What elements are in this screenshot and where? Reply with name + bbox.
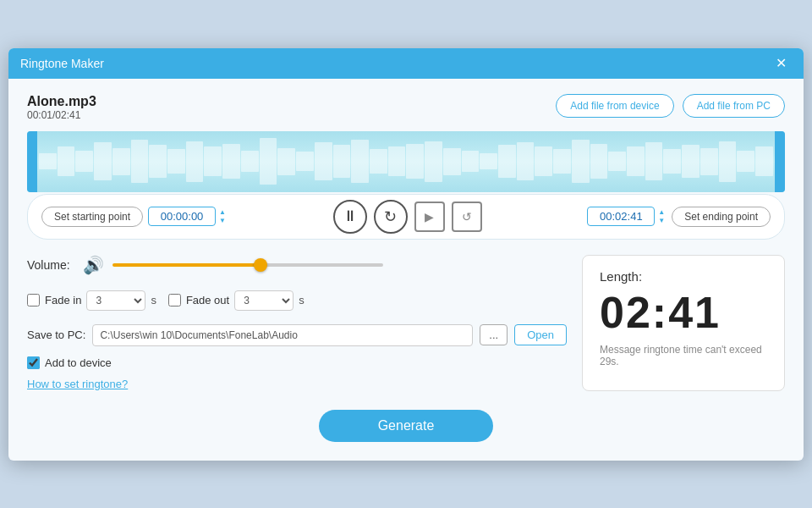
replay-icon: ↻ <box>384 207 397 226</box>
start-handle[interactable] <box>27 131 37 192</box>
replay-clip-button[interactable]: ↺ <box>452 202 482 232</box>
pause-button[interactable]: ⏸ <box>333 200 367 234</box>
duration: 00:01/02:41 <box>27 109 96 121</box>
wbar <box>682 145 700 177</box>
wbar <box>572 140 590 183</box>
wbar <box>553 149 571 174</box>
end-time-up[interactable]: ▲ <box>656 208 667 217</box>
center-controls: ⏸ ↻ ▶ ↺ <box>333 200 482 234</box>
add-file-device-button[interactable]: Add file from device <box>556 94 673 118</box>
wbar <box>608 152 626 170</box>
wbar <box>590 144 608 179</box>
wbar <box>94 142 112 180</box>
fade-row: Fade in 3 s Fade out 3 s <box>27 290 567 311</box>
wbar <box>315 142 332 180</box>
fade-out-group: Fade out 3 s <box>168 290 304 311</box>
start-time-down[interactable]: ▼ <box>217 217 228 225</box>
start-time-spinner: ▲ ▼ <box>217 208 228 225</box>
set-start-button[interactable]: Set starting point <box>41 207 143 227</box>
add-file-pc-button[interactable]: Add file from PC <box>683 94 785 118</box>
play-button[interactable]: ▶ <box>414 202 445 232</box>
replay-clip-icon: ↺ <box>462 210 472 224</box>
controls-row: Set starting point ▲ ▼ ⏸ ↻ ▶ ↺ <box>27 194 785 240</box>
fade-in-label: Fade in <box>45 294 81 306</box>
wbar <box>406 144 424 179</box>
wbar <box>645 142 663 180</box>
top-bar: Alone.mp3 00:01/02:41 Add file from devi… <box>27 94 785 121</box>
how-to-set-ringtone-link[interactable]: How to set ringtone? <box>27 378 128 390</box>
add-to-device-checkbox[interactable] <box>27 356 40 369</box>
wbar <box>498 145 516 177</box>
start-time-up[interactable]: ▲ <box>217 208 228 217</box>
wbar <box>480 153 497 169</box>
save-row: Save to PC: ... Open <box>27 324 567 346</box>
fade-out-label: Fade out <box>186 294 229 306</box>
wbar <box>260 138 277 184</box>
volume-row: Volume: 🔊 <box>27 255 567 275</box>
left-panel: Volume: 🔊 Fade in 3 s <box>27 255 567 391</box>
length-value: 02:41 <box>600 289 721 337</box>
fade-out-select[interactable]: 3 <box>234 290 294 311</box>
volume-slider[interactable] <box>112 263 383 267</box>
wbar <box>149 145 167 177</box>
wbar <box>296 152 314 170</box>
open-button[interactable]: Open <box>514 324 567 345</box>
set-end-button[interactable]: Set ending point <box>672 207 771 227</box>
fade-in-select[interactable]: 3 <box>86 290 145 311</box>
titlebar: Ringtone Maker ✕ <box>8 48 804 79</box>
bottom-section: Volume: 🔊 Fade in 3 s <box>27 255 785 391</box>
end-time-input[interactable] <box>587 207 655 226</box>
wbar <box>186 141 204 182</box>
add-to-device-row: Add to device <box>27 356 567 369</box>
add-to-device-label: Add to device <box>45 356 112 369</box>
wbar <box>167 149 185 174</box>
volume-icon: 🔊 <box>83 255 104 275</box>
app-window: Ringtone Maker ✕ Alone.mp3 00:01/02:41 A… <box>8 48 804 461</box>
wbar <box>370 149 387 174</box>
waveform[interactable] <box>27 131 785 192</box>
generate-button[interactable]: Generate <box>319 410 494 442</box>
fade-out-unit: s <box>299 294 304 306</box>
save-path-input[interactable] <box>92 324 473 346</box>
file-info: Alone.mp3 00:01/02:41 <box>27 94 96 121</box>
window-title: Ringtone Maker <box>20 57 104 70</box>
wbar <box>222 144 240 179</box>
wbar <box>719 141 737 182</box>
fade-in-group: Fade in 3 s <box>27 290 156 311</box>
left-controls: Set starting point ▲ ▼ <box>41 207 228 227</box>
wbar <box>58 146 75 176</box>
waveform-bars <box>27 131 785 192</box>
right-controls: ▲ ▼ Set ending point <box>587 207 771 227</box>
wbar <box>535 146 552 176</box>
end-time-down[interactable]: ▼ <box>656 217 667 225</box>
end-time-spinner: ▲ ▼ <box>656 208 667 225</box>
wbar <box>388 146 406 176</box>
fade-out-checkbox[interactable] <box>168 294 181 306</box>
wbar <box>700 148 718 175</box>
wbar <box>75 151 93 173</box>
wbar <box>112 148 130 175</box>
wbar <box>333 145 351 177</box>
wbar <box>462 151 480 173</box>
wbar <box>131 140 149 183</box>
replay-button[interactable]: ↻ <box>374 200 408 234</box>
wbar <box>241 151 259 173</box>
wbar <box>517 142 535 180</box>
wbar <box>627 146 645 176</box>
wbar <box>39 153 57 169</box>
wbar <box>737 151 754 173</box>
fade-in-unit: s <box>151 294 156 306</box>
fade-in-checkbox[interactable] <box>27 294 40 306</box>
length-label: Length: <box>600 269 642 284</box>
end-handle[interactable] <box>775 131 785 192</box>
top-buttons: Add file from device Add file from PC <box>556 94 785 118</box>
wbar <box>443 148 461 175</box>
volume-label: Volume: <box>27 258 74 272</box>
wbar <box>425 141 442 182</box>
start-time-input[interactable] <box>148 207 216 226</box>
browse-button[interactable]: ... <box>480 324 508 345</box>
wbar <box>277 148 295 175</box>
length-panel: Length: 02:41 Message ringtone time can'… <box>582 255 785 391</box>
wbar <box>663 149 681 174</box>
close-button[interactable]: ✕ <box>771 55 792 72</box>
